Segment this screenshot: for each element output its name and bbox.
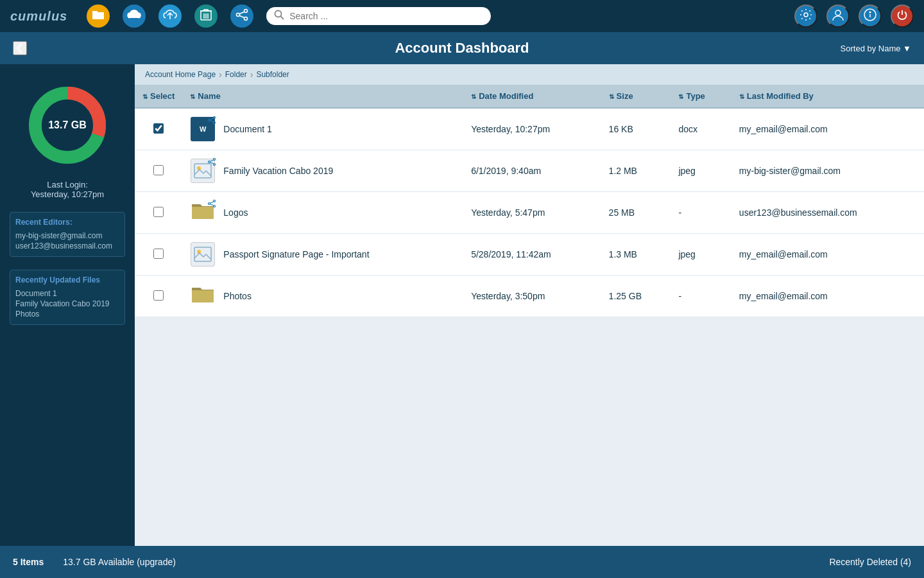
row-date-cell: 6/1/2019, 9:40am bbox=[463, 150, 601, 192]
file-name-text[interactable]: Photos bbox=[223, 291, 252, 301]
trash-nav-button[interactable] bbox=[194, 4, 218, 28]
file-row-name: Logos bbox=[190, 200, 456, 225]
col-name[interactable]: ⇅Name bbox=[182, 85, 463, 108]
share-icon bbox=[235, 8, 248, 24]
svg-line-31 bbox=[210, 160, 214, 161]
row-type-cell: - bbox=[671, 192, 731, 234]
svg-point-6 bbox=[244, 9, 248, 12]
row-size-cell: 16 KB bbox=[601, 108, 671, 150]
row-checkbox[interactable] bbox=[153, 290, 164, 301]
breadcrumb-home[interactable]: Account Home Page bbox=[145, 70, 216, 79]
storage-donut: 13.7 GB bbox=[10, 83, 125, 167]
row-checkbox[interactable] bbox=[153, 207, 164, 217]
row-modified-by-cell: my-big-sister@gmail.com bbox=[732, 150, 924, 192]
row-type-cell: jpeg bbox=[671, 150, 731, 192]
row-date-cell: Yesterday, 5:47pm bbox=[463, 192, 601, 234]
svg-line-36 bbox=[210, 202, 214, 203]
breadcrumb-folder[interactable]: Folder bbox=[225, 70, 247, 79]
row-name-cell: Passport Signature Page - Important bbox=[182, 234, 463, 276]
row-checkbox-cell[interactable] bbox=[135, 234, 182, 276]
col-select[interactable]: ⇅Select bbox=[135, 85, 182, 108]
row-size-cell: 1.25 GB bbox=[601, 276, 671, 317]
row-name-cell: Family Vacation Cabo 2019 bbox=[182, 150, 463, 192]
row-checkbox[interactable] bbox=[153, 123, 164, 134]
col-modified-by[interactable]: ⇅Last Modified By bbox=[732, 85, 924, 108]
row-checkbox-cell[interactable] bbox=[135, 192, 182, 234]
folder-file-icon bbox=[191, 284, 215, 309]
top-nav: cumulus bbox=[0, 0, 924, 32]
updated-item: Family Vacation Cabo 2019 bbox=[15, 299, 119, 309]
svg-line-24 bbox=[210, 118, 214, 119]
file-icon bbox=[190, 200, 216, 225]
settings-button[interactable] bbox=[794, 4, 817, 28]
row-type-cell: jpeg bbox=[671, 234, 731, 276]
row-modified-by-cell: my_email@email.com bbox=[732, 108, 924, 150]
row-modified-by-cell: my_email@email.com bbox=[732, 276, 924, 317]
last-login-label: Last Login: Yesterday, 10:27pm bbox=[10, 180, 125, 199]
sidebar: 13.7 GB Last Login: Yesterday, 10:27pm R… bbox=[0, 64, 135, 546]
row-name-cell: W Document 1 bbox=[182, 108, 463, 150]
cloud-up-nav-button[interactable] bbox=[158, 4, 182, 28]
recent-editors-box: Recent Editors: my-big-sister@gmail.com … bbox=[10, 212, 125, 257]
svg-point-21 bbox=[214, 117, 216, 119]
last-login-section: Last Login: Yesterday, 10:27pm bbox=[10, 180, 125, 199]
share-nav-button[interactable] bbox=[230, 4, 253, 28]
file-name-text[interactable]: Passport Signature Page - Important bbox=[223, 249, 369, 259]
file-row-name: Family Vacation Cabo 2019 bbox=[190, 158, 456, 184]
svg-point-28 bbox=[214, 159, 216, 161]
svg-point-13 bbox=[804, 13, 808, 17]
col-date[interactable]: ⇅Date Modified bbox=[463, 85, 601, 108]
power-button[interactable] bbox=[891, 4, 914, 28]
row-modified-by-cell: my_email@email.com bbox=[732, 234, 924, 276]
search-icon bbox=[274, 10, 284, 22]
row-checkbox[interactable] bbox=[153, 165, 164, 175]
table-row: Passport Signature Page - Important5/28/… bbox=[135, 234, 924, 276]
row-size-cell: 1.2 MB bbox=[601, 150, 671, 192]
recent-editors-title: Recent Editors: bbox=[15, 218, 119, 227]
file-row-name: W Document 1 bbox=[190, 116, 456, 142]
svg-point-14 bbox=[835, 10, 841, 15]
col-size[interactable]: ⇅Size bbox=[601, 85, 671, 108]
folder-nav-button[interactable] bbox=[87, 4, 110, 28]
donut-chart: 13.7 GB bbox=[26, 83, 109, 167]
footer-items-count: 5 Items bbox=[13, 557, 44, 567]
row-type-cell: - bbox=[671, 276, 731, 317]
search-input[interactable] bbox=[289, 11, 483, 21]
recently-updated-box: Recently Updated Files Document 1 Family… bbox=[10, 270, 125, 325]
row-checkbox-cell[interactable] bbox=[135, 108, 182, 150]
user-button[interactable] bbox=[826, 4, 850, 28]
file-name-text[interactable]: Logos bbox=[223, 207, 248, 218]
col-type[interactable]: ⇅Type bbox=[671, 85, 731, 108]
svg-point-34 bbox=[209, 203, 210, 205]
info-button[interactable] bbox=[859, 4, 882, 28]
breadcrumb-subfolder[interactable]: Subfolder bbox=[256, 70, 289, 79]
file-row-name: Photos bbox=[190, 283, 456, 309]
breadcrumb: Account Home Page › Folder › Subfolder bbox=[135, 64, 924, 85]
recent-editors-list: my-big-sister@gmail.com user123@business… bbox=[15, 231, 119, 251]
search-bar bbox=[266, 7, 491, 25]
file-name-text[interactable]: Document 1 bbox=[223, 124, 271, 134]
file-list: W Document 1Yesterday, 10:27pm16 KBdocxm… bbox=[135, 108, 924, 317]
user-icon bbox=[832, 8, 844, 24]
row-checkbox-cell[interactable] bbox=[135, 150, 182, 192]
svg-rect-38 bbox=[194, 247, 211, 261]
file-name-text[interactable]: Family Vacation Cabo 2019 bbox=[223, 166, 333, 176]
sort-button[interactable]: Sorted by Name ▼ bbox=[841, 44, 911, 53]
svg-line-32 bbox=[210, 162, 214, 164]
svg-point-29 bbox=[209, 161, 210, 163]
row-name-cell: Photos bbox=[182, 276, 463, 317]
back-button[interactable] bbox=[13, 41, 27, 55]
footer-storage-info: 13.7 GB Available (upgrade) bbox=[63, 557, 176, 567]
breadcrumb-sep: › bbox=[250, 69, 253, 80]
table-row: Family Vacation Cabo 20196/1/2019, 9:40a… bbox=[135, 150, 924, 192]
svg-point-22 bbox=[209, 119, 210, 121]
upload-nav-button[interactable] bbox=[123, 4, 146, 28]
row-checkbox-cell[interactable] bbox=[135, 276, 182, 317]
shared-badge bbox=[208, 116, 216, 126]
row-checkbox[interactable] bbox=[153, 249, 164, 259]
footer-recently-deleted[interactable]: Recently Deleted (4) bbox=[829, 557, 911, 567]
svg-point-35 bbox=[214, 206, 216, 207]
breadcrumb-sep: › bbox=[219, 69, 222, 80]
row-size-cell: 25 MB bbox=[601, 192, 671, 234]
row-date-cell: Yesterday, 3:50pm bbox=[463, 276, 601, 317]
